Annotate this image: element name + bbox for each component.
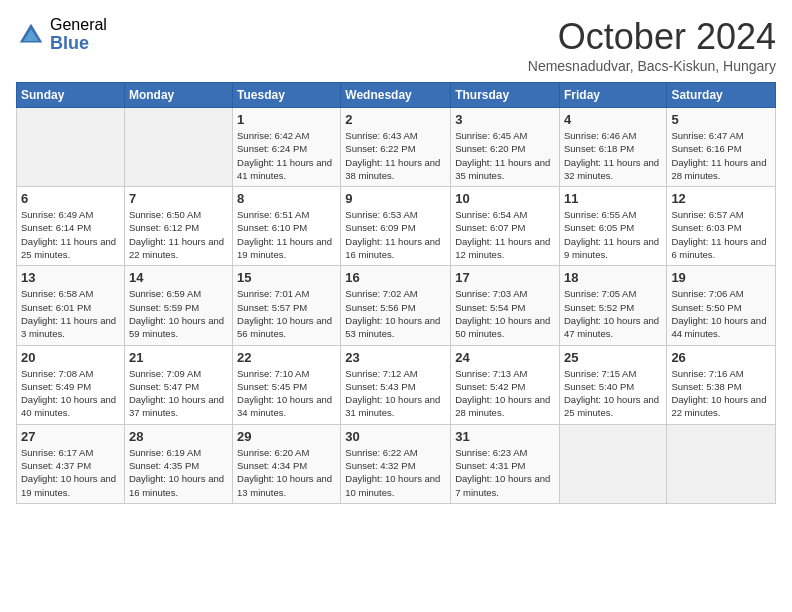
calendar-cell: 28Sunrise: 6:19 AMSunset: 4:35 PMDayligh… <box>124 424 232 503</box>
day-info: Sunrise: 6:17 AMSunset: 4:37 PMDaylight:… <box>21 446 120 499</box>
calendar-header: SundayMondayTuesdayWednesdayThursdayFrid… <box>17 83 776 108</box>
day-info: Sunrise: 6:55 AMSunset: 6:05 PMDaylight:… <box>564 208 662 261</box>
day-info: Sunrise: 6:45 AMSunset: 6:20 PMDaylight:… <box>455 129 555 182</box>
day-number: 6 <box>21 191 120 206</box>
day-number: 12 <box>671 191 771 206</box>
calendar-cell: 31Sunrise: 6:23 AMSunset: 4:31 PMDayligh… <box>451 424 560 503</box>
calendar-cell <box>124 108 232 187</box>
day-info: Sunrise: 6:59 AMSunset: 5:59 PMDaylight:… <box>129 287 228 340</box>
day-info: Sunrise: 7:13 AMSunset: 5:42 PMDaylight:… <box>455 367 555 420</box>
calendar-cell: 1Sunrise: 6:42 AMSunset: 6:24 PMDaylight… <box>233 108 341 187</box>
day-number: 14 <box>129 270 228 285</box>
day-info: Sunrise: 6:47 AMSunset: 6:16 PMDaylight:… <box>671 129 771 182</box>
day-number: 21 <box>129 350 228 365</box>
calendar-week: 6Sunrise: 6:49 AMSunset: 6:14 PMDaylight… <box>17 187 776 266</box>
day-info: Sunrise: 6:19 AMSunset: 4:35 PMDaylight:… <box>129 446 228 499</box>
header-day: Sunday <box>17 83 125 108</box>
calendar-cell: 15Sunrise: 7:01 AMSunset: 5:57 PMDayligh… <box>233 266 341 345</box>
calendar-cell: 4Sunrise: 6:46 AMSunset: 6:18 PMDaylight… <box>559 108 666 187</box>
calendar-week: 20Sunrise: 7:08 AMSunset: 5:49 PMDayligh… <box>17 345 776 424</box>
calendar-cell: 7Sunrise: 6:50 AMSunset: 6:12 PMDaylight… <box>124 187 232 266</box>
day-number: 26 <box>671 350 771 365</box>
month-title: October 2024 <box>528 16 776 58</box>
location-subtitle: Nemesnadudvar, Bacs-Kiskun, Hungary <box>528 58 776 74</box>
day-info: Sunrise: 7:10 AMSunset: 5:45 PMDaylight:… <box>237 367 336 420</box>
calendar-table: SundayMondayTuesdayWednesdayThursdayFrid… <box>16 82 776 504</box>
calendar-cell: 24Sunrise: 7:13 AMSunset: 5:42 PMDayligh… <box>451 345 560 424</box>
day-info: Sunrise: 6:43 AMSunset: 6:22 PMDaylight:… <box>345 129 446 182</box>
calendar-body: 1Sunrise: 6:42 AMSunset: 6:24 PMDaylight… <box>17 108 776 504</box>
calendar-cell: 9Sunrise: 6:53 AMSunset: 6:09 PMDaylight… <box>341 187 451 266</box>
calendar-cell: 26Sunrise: 7:16 AMSunset: 5:38 PMDayligh… <box>667 345 776 424</box>
day-number: 25 <box>564 350 662 365</box>
header-day: Monday <box>124 83 232 108</box>
calendar-cell: 13Sunrise: 6:58 AMSunset: 6:01 PMDayligh… <box>17 266 125 345</box>
calendar-cell: 21Sunrise: 7:09 AMSunset: 5:47 PMDayligh… <box>124 345 232 424</box>
day-number: 8 <box>237 191 336 206</box>
day-number: 23 <box>345 350 446 365</box>
day-info: Sunrise: 7:05 AMSunset: 5:52 PMDaylight:… <box>564 287 662 340</box>
calendar-cell: 20Sunrise: 7:08 AMSunset: 5:49 PMDayligh… <box>17 345 125 424</box>
day-number: 27 <box>21 429 120 444</box>
day-number: 17 <box>455 270 555 285</box>
day-number: 22 <box>237 350 336 365</box>
day-number: 9 <box>345 191 446 206</box>
calendar-week: 13Sunrise: 6:58 AMSunset: 6:01 PMDayligh… <box>17 266 776 345</box>
day-number: 13 <box>21 270 120 285</box>
day-info: Sunrise: 6:20 AMSunset: 4:34 PMDaylight:… <box>237 446 336 499</box>
day-number: 19 <box>671 270 771 285</box>
day-number: 3 <box>455 112 555 127</box>
calendar-cell: 3Sunrise: 6:45 AMSunset: 6:20 PMDaylight… <box>451 108 560 187</box>
day-number: 4 <box>564 112 662 127</box>
day-info: Sunrise: 6:46 AMSunset: 6:18 PMDaylight:… <box>564 129 662 182</box>
logo-text: General Blue <box>50 16 107 53</box>
header-day: Thursday <box>451 83 560 108</box>
header-day: Friday <box>559 83 666 108</box>
header-day: Tuesday <box>233 83 341 108</box>
day-info: Sunrise: 6:57 AMSunset: 6:03 PMDaylight:… <box>671 208 771 261</box>
day-number: 29 <box>237 429 336 444</box>
day-number: 2 <box>345 112 446 127</box>
day-info: Sunrise: 6:54 AMSunset: 6:07 PMDaylight:… <box>455 208 555 261</box>
calendar-cell: 2Sunrise: 6:43 AMSunset: 6:22 PMDaylight… <box>341 108 451 187</box>
header-day: Saturday <box>667 83 776 108</box>
calendar-cell: 5Sunrise: 6:47 AMSunset: 6:16 PMDaylight… <box>667 108 776 187</box>
day-number: 5 <box>671 112 771 127</box>
day-number: 7 <box>129 191 228 206</box>
day-number: 28 <box>129 429 228 444</box>
calendar-week: 27Sunrise: 6:17 AMSunset: 4:37 PMDayligh… <box>17 424 776 503</box>
day-info: Sunrise: 7:02 AMSunset: 5:56 PMDaylight:… <box>345 287 446 340</box>
calendar-cell <box>559 424 666 503</box>
day-info: Sunrise: 6:22 AMSunset: 4:32 PMDaylight:… <box>345 446 446 499</box>
day-info: Sunrise: 7:15 AMSunset: 5:40 PMDaylight:… <box>564 367 662 420</box>
day-info: Sunrise: 7:03 AMSunset: 5:54 PMDaylight:… <box>455 287 555 340</box>
day-info: Sunrise: 7:08 AMSunset: 5:49 PMDaylight:… <box>21 367 120 420</box>
calendar-week: 1Sunrise: 6:42 AMSunset: 6:24 PMDaylight… <box>17 108 776 187</box>
logo: General Blue <box>16 16 107 53</box>
day-number: 31 <box>455 429 555 444</box>
day-info: Sunrise: 6:49 AMSunset: 6:14 PMDaylight:… <box>21 208 120 261</box>
logo-icon <box>16 20 46 50</box>
calendar-cell: 23Sunrise: 7:12 AMSunset: 5:43 PMDayligh… <box>341 345 451 424</box>
calendar-cell: 19Sunrise: 7:06 AMSunset: 5:50 PMDayligh… <box>667 266 776 345</box>
calendar-cell: 16Sunrise: 7:02 AMSunset: 5:56 PMDayligh… <box>341 266 451 345</box>
day-number: 16 <box>345 270 446 285</box>
calendar-cell: 17Sunrise: 7:03 AMSunset: 5:54 PMDayligh… <box>451 266 560 345</box>
day-info: Sunrise: 6:58 AMSunset: 6:01 PMDaylight:… <box>21 287 120 340</box>
calendar-cell: 14Sunrise: 6:59 AMSunset: 5:59 PMDayligh… <box>124 266 232 345</box>
day-info: Sunrise: 6:51 AMSunset: 6:10 PMDaylight:… <box>237 208 336 261</box>
day-info: Sunrise: 6:42 AMSunset: 6:24 PMDaylight:… <box>237 129 336 182</box>
calendar-cell: 8Sunrise: 6:51 AMSunset: 6:10 PMDaylight… <box>233 187 341 266</box>
day-info: Sunrise: 6:23 AMSunset: 4:31 PMDaylight:… <box>455 446 555 499</box>
day-number: 30 <box>345 429 446 444</box>
day-info: Sunrise: 7:16 AMSunset: 5:38 PMDaylight:… <box>671 367 771 420</box>
calendar-cell: 18Sunrise: 7:05 AMSunset: 5:52 PMDayligh… <box>559 266 666 345</box>
calendar-cell: 30Sunrise: 6:22 AMSunset: 4:32 PMDayligh… <box>341 424 451 503</box>
calendar-cell <box>17 108 125 187</box>
page-header: General Blue October 2024 Nemesnadudvar,… <box>16 16 776 74</box>
day-info: Sunrise: 7:12 AMSunset: 5:43 PMDaylight:… <box>345 367 446 420</box>
calendar-cell: 10Sunrise: 6:54 AMSunset: 6:07 PMDayligh… <box>451 187 560 266</box>
day-number: 1 <box>237 112 336 127</box>
day-number: 11 <box>564 191 662 206</box>
calendar-cell: 27Sunrise: 6:17 AMSunset: 4:37 PMDayligh… <box>17 424 125 503</box>
